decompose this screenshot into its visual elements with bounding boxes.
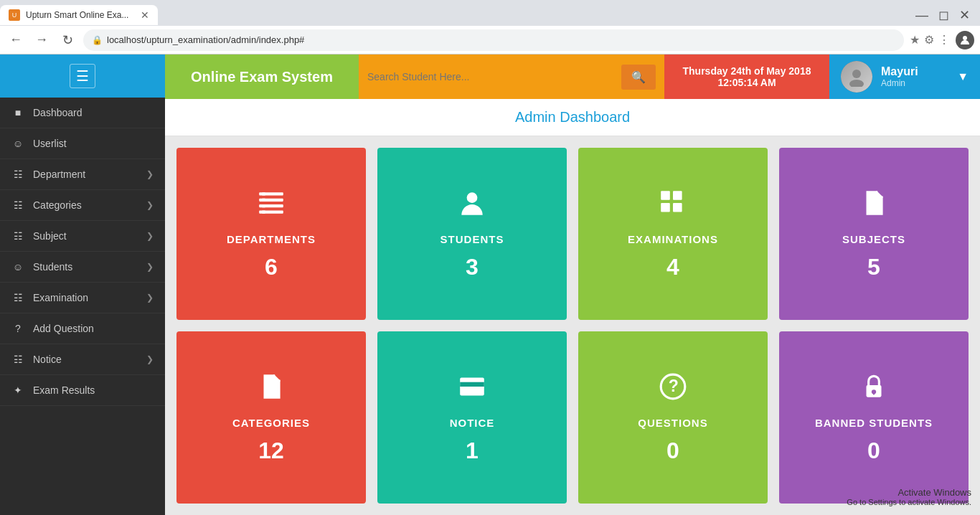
sidebar-item-examination[interactable]: ☷ Examination ❯ [0,283,165,313]
browser-chrome: U Upturn Smart Online Exa... ✕ — ◻ ✕ ← →… [0,0,980,55]
sidebar-label-categories: Categories [33,199,138,211]
user-dropdown-arrow[interactable]: ▼ [957,70,969,83]
tab-favicon: U [9,9,20,21]
svg-rect-18 [870,207,877,209]
svg-rect-26 [873,392,875,394]
sidebar-label-students: Students [33,261,138,273]
header-search: 🔍 [359,55,664,99]
address-input[interactable]: 🔒 localhost/upturn_examination/admin/ind… [83,29,904,51]
window-controls: — ◻ ✕ [911,7,980,23]
user-role: Admin [881,78,948,88]
card-questions-count: 0 [666,438,679,464]
svg-text:?: ? [669,377,679,395]
card-banned-students-count: 0 [867,438,880,464]
main-content: Online Exam System 🔍 Thursday 24th of Ma… [165,55,980,515]
card-subjects-label: SUBJECTS [842,233,905,245]
user-icon: ☺ [11,138,24,149]
credit-card-icon [457,372,487,408]
sidebar-item-department[interactable]: ☷ Department ❯ [0,159,165,190]
card-departments-label: DEPARTMENTS [227,233,316,245]
sidebar-label-notice: Notice [33,354,138,365]
svg-point-2 [849,80,864,87]
time-text: 12:05:14 AM [717,77,776,88]
sidebar-item-students[interactable]: ☺ Students ❯ [0,252,165,283]
card-subjects-count: 5 [867,254,880,280]
header-user[interactable]: Mayuri Admin ▼ [829,55,980,99]
activate-windows-title: Activate Windows [847,487,971,498]
sidebar-item-notice[interactable]: ☷ Notice ❯ [0,344,165,375]
svg-point-11 [467,192,478,203]
sidebar-item-categories[interactable]: ☷ Categories ❯ [0,190,165,221]
add-question-icon: ? [11,323,24,334]
svg-rect-20 [460,382,484,386]
header-logo: Online Exam System [165,55,359,99]
card-examinations-label: EXAMINATIONS [628,233,718,245]
chevron-right-icon-4: ❯ [146,262,154,272]
address-bar: ← → ↻ 🔒 localhost/upturn_examination/adm… [0,26,980,55]
sidebar-label-add-question: Add Question [33,323,154,334]
card-examinations[interactable]: EXAMINATIONS 4 [578,148,768,320]
back-button[interactable]: ← [6,30,26,50]
extensions-icon[interactable]: ⚙ [924,33,934,47]
reload-button[interactable]: ↻ [57,30,77,50]
doc-icon [256,372,286,408]
sidebar-header[interactable]: ☰ [0,55,165,98]
card-notice-count: 1 [466,438,479,464]
card-departments-count: 6 [265,254,278,280]
close-button[interactable]: ✕ [955,7,974,23]
card-students-label: STUDENTS [440,233,504,245]
sidebar-item-dashboard[interactable]: ■ Dashboard [0,98,165,128]
chevron-right-icon-2: ❯ [146,200,154,210]
svg-rect-17 [870,204,880,206]
lock-icon: 🔒 [92,35,103,45]
sidebar-label-examination: Examination [33,292,138,303]
activate-windows-subtitle: Go to Settings to activate Windows. [847,498,971,506]
sidebar-label-subject: Subject [33,230,138,242]
chevron-right-icon: ❯ [146,169,154,179]
minimize-button[interactable]: — [911,8,933,23]
header-datetime: Thursday 24th of May 2018 12:05:14 AM [664,55,829,99]
sidebar-item-exam-results[interactable]: ✦ Exam Results [0,375,165,406]
avatar [841,61,872,93]
address-right-icons: ★ ⚙ ⋮ [910,33,950,47]
page-title-bar: Admin Dashboard [165,99,980,136]
lock-icon [859,372,889,408]
tab-bar: U Upturn Smart Online Exa... ✕ — ◻ ✕ [0,0,980,26]
browser-profile-icon[interactable] [956,31,974,49]
subject-icon: ☷ [11,230,24,242]
sidebar-item-subject[interactable]: ☷ Subject ❯ [0,221,165,252]
card-banned-students[interactable]: BANNED STUDENTS 0 [779,331,969,504]
dashboard-icon: ■ [11,107,24,118]
tab-title: Upturn Smart Online Exa... [26,10,135,20]
date-text: Thursday 24th of May 2018 [683,65,811,77]
card-students[interactable]: STUDENTS 3 [377,148,567,320]
search-button[interactable]: 🔍 [621,65,656,90]
card-departments[interactable]: DEPARTMENTS 6 [176,148,366,320]
sidebar-item-add-question[interactable]: ? Add Question [0,313,165,344]
search-input[interactable] [367,71,616,82]
menu-dots-icon[interactable]: ⋮ [938,33,950,47]
tab-close-button[interactable]: ✕ [141,9,149,21]
grid-icon [658,188,688,225]
chevron-right-icon-5: ❯ [146,293,154,303]
card-banned-students-label: BANNED STUDENTS [815,417,933,429]
bookmark-icon[interactable]: ★ [910,33,920,47]
user-silhouette-icon [457,188,487,225]
hamburger-icon[interactable]: ☰ [70,64,95,88]
forward-button[interactable]: → [32,30,52,50]
sidebar-item-userlist[interactable]: ☺ Userlist [0,128,165,159]
svg-rect-16 [870,201,880,202]
svg-rect-8 [262,198,265,201]
app-layout: ☰ ■ Dashboard ☺ Userlist ☷ Department ❯ … [0,55,980,515]
card-subjects[interactable]: SUBJECTS 5 [779,148,969,320]
help-circle-icon: ? [658,372,688,408]
dashboard-grid: DEPARTMENTS 6 STUDENTS 3 [165,136,980,515]
svg-rect-7 [262,192,265,195]
browser-tab[interactable]: U Upturn Smart Online Exa... ✕ [0,5,158,25]
sidebar-label-userlist: Userlist [33,138,154,149]
card-categories[interactable]: CATEGORIES 12 [176,331,366,504]
card-questions[interactable]: ? QUESTIONS 0 [578,331,768,504]
restore-button[interactable]: ◻ [934,7,953,23]
card-notice[interactable]: NOTICE 1 [377,331,567,504]
svg-rect-10 [262,210,265,213]
